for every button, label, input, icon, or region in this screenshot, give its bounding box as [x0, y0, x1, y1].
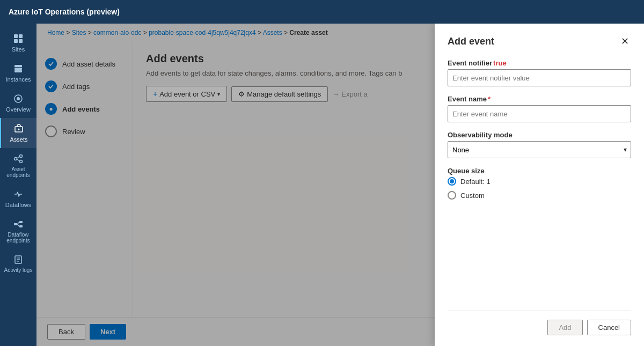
sidebar-item-label: Dataflows: [5, 202, 31, 208]
svg-point-8: [17, 97, 20, 100]
svg-rect-18: [19, 225, 23, 227]
add-button[interactable]: Add: [547, 320, 582, 335]
content-area: Home > Sites > common-aio-odc > probable…: [36, 24, 644, 346]
assets-icon: [13, 123, 24, 134]
sidebar-item-sites[interactable]: Sites: [0, 28, 36, 58]
overview-icon: [13, 93, 24, 104]
queue-size-default-option[interactable]: Default: 1: [448, 177, 631, 186]
radio-circle-default: [448, 177, 456, 186]
queue-size-label: Queue size: [448, 167, 631, 175]
queue-size-custom-option[interactable]: Custom: [448, 191, 631, 200]
observability-mode-label: Observability mode: [448, 131, 631, 139]
sidebar-item-assets[interactable]: Assets: [0, 118, 36, 148]
app-header: Azure IoT Operations (preview): [0, 0, 644, 24]
radio-circle-custom: [448, 191, 456, 200]
observability-mode-select[interactable]: None Log Gauge Counter Histogram: [448, 141, 631, 158]
svg-rect-3: [19, 39, 23, 43]
svg-rect-1: [19, 34, 23, 38]
close-panel-button[interactable]: ✕: [619, 34, 631, 48]
radio-dot: [450, 179, 454, 183]
observability-select-wrapper: None Log Gauge Counter Histogram ▾: [448, 141, 631, 158]
df-endpoints-icon: [13, 219, 24, 230]
svg-rect-5: [14, 68, 22, 70]
event-name-label: Event name *: [448, 95, 631, 103]
event-notifier-field: Event notifier true: [448, 59, 631, 86]
required-indicator: true: [493, 59, 507, 67]
grid-icon: [13, 33, 24, 44]
sidebar-item-label: Activity logs: [4, 267, 33, 273]
sidebar-item-activity-logs[interactable]: Activity logs: [0, 249, 36, 278]
queue-size-field: Queue size Default: 1 Custom: [448, 167, 631, 200]
event-notifier-input[interactable]: [448, 69, 631, 86]
logs-icon: [13, 254, 24, 265]
svg-rect-16: [14, 223, 17, 225]
sidebar-item-asset-endpoints[interactable]: Asset endpoints: [0, 148, 36, 183]
sidebar: Sites Instances Overview: [0, 24, 36, 346]
queue-size-custom-label: Custom: [460, 192, 485, 200]
event-notifier-label: Event notifier true: [448, 59, 631, 67]
queue-size-radio-group: Default: 1 Custom: [448, 177, 631, 200]
sidebar-item-label: Sites: [12, 46, 25, 53]
endpoints-icon: [13, 153, 24, 164]
svg-line-15: [17, 159, 20, 161]
svg-point-13: [20, 160, 23, 163]
required-indicator: *: [488, 95, 491, 103]
svg-line-14: [17, 157, 20, 158]
event-name-field: Event name *: [448, 95, 631, 122]
panel-header: Add event ✕: [448, 34, 631, 48]
svg-point-11: [14, 158, 17, 160]
panel-footer: Add Cancel: [448, 311, 631, 335]
event-name-input[interactable]: [448, 105, 631, 122]
sidebar-item-label: Dataflow endpoints: [2, 232, 34, 244]
svg-line-20: [17, 224, 19, 226]
sidebar-item-label: Overview: [6, 106, 31, 113]
sidebar-item-dataflow-endpoints[interactable]: Dataflow endpoints: [0, 214, 36, 249]
sidebar-item-label: Instances: [5, 76, 31, 83]
svg-point-12: [20, 155, 23, 158]
sidebar-item-overview[interactable]: Overview: [0, 88, 36, 118]
sidebar-item-instances[interactable]: Instances: [0, 58, 36, 88]
instances-icon: [13, 63, 24, 74]
sidebar-item-label: Assets: [10, 136, 27, 143]
add-event-panel: Add event ✕ Event notifier true Event na…: [435, 24, 644, 346]
svg-rect-0: [14, 34, 18, 38]
svg-rect-6: [14, 70, 22, 72]
app-title: Azure IoT Operations (preview): [9, 8, 120, 16]
dataflows-icon: [13, 189, 24, 200]
queue-size-default-label: Default: 1: [460, 178, 491, 186]
svg-rect-2: [14, 39, 18, 43]
sidebar-item-dataflows[interactable]: Dataflows: [0, 183, 36, 214]
sidebar-item-label: Asset endpoints: [2, 166, 34, 178]
svg-rect-17: [19, 221, 23, 223]
cancel-button[interactable]: Cancel: [587, 320, 631, 335]
svg-point-10: [18, 129, 20, 130]
observability-mode-field: Observability mode None Log Gauge Counte…: [448, 131, 631, 158]
svg-rect-4: [14, 65, 22, 67]
svg-line-19: [17, 222, 19, 224]
panel-title: Add event: [448, 36, 494, 47]
